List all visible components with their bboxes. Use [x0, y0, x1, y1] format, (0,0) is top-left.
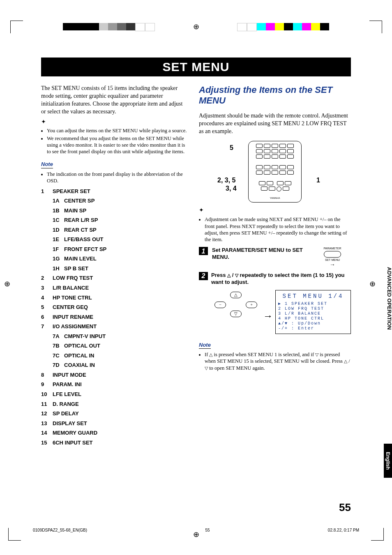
hint-bullet: Adjustment can be made using NEXT and SE… [205, 216, 351, 243]
menu-sub-label: CMPNT-V INPUT [64, 333, 106, 340]
hint-bullet: We recommend that you adjust the items o… [47, 135, 187, 155]
menu-num: 12 [41, 410, 48, 417]
menu-sub-label: MAIN LEVEL [64, 255, 97, 263]
menu-sub-num: 1G [53, 255, 60, 263]
menu-label: INPUT RENAME [53, 313, 93, 321]
hint-bullet: You can adjust the items on the SET MENU… [47, 127, 187, 134]
color-bar-right [237, 23, 329, 30]
down-triangle-icon [205, 365, 208, 371]
crop-marks-top: ⊕ [8, 21, 384, 33]
menu-sub-num: 1H [53, 265, 60, 272]
step-number: 2 [199, 272, 208, 280]
switch-label-top: PARAMETER [314, 247, 351, 250]
footer-center: 55 [205, 528, 210, 532]
note-bullet: If is pressed when SET MENU 1 is selecte… [205, 351, 351, 371]
menu-label: 6CH INPUT SET [53, 439, 93, 447]
menu-label: I/O ASSIGNMENT [53, 323, 97, 330]
step-2: 2 Press / repeatedly to select the item … [199, 272, 351, 286]
step-text: Press / repeatedly to select the item (1… [211, 272, 351, 286]
menu-sub-num: 7C [53, 352, 60, 359]
color-bar-left [63, 23, 155, 30]
menu-label: D. RANGE [53, 401, 79, 408]
callout-5: 5 [230, 143, 233, 152]
menu-sub-num: 7D [53, 362, 60, 369]
step-text: Set PARAMETER/SET MENU to SET MENU. [212, 247, 310, 261]
page-title: SET MENU [41, 58, 351, 76]
callout-235: 2, 3, 5 [217, 176, 235, 185]
registration-icon: ⊕ [4, 279, 10, 288]
menu-sub-num: 1E [53, 236, 60, 243]
menu-sub-num: 1A [53, 197, 60, 205]
callout-1: 1 [316, 176, 320, 185]
menu-num: 8 [41, 371, 48, 379]
menu-num: 9 [41, 381, 48, 388]
menu-sub-label: OPTICAL IN [64, 352, 94, 359]
menu-label: DISPLAY SET [53, 420, 87, 427]
menu-sub-label: MAIN SP [64, 207, 86, 214]
down-triangle-icon [315, 352, 318, 357]
menu-num: 13 [41, 420, 48, 427]
lcd-display: SET MENU 1/4 ▶ 1 SPEAKER SET 2 LOW FRQ T… [275, 290, 351, 334]
lcd-line: ▶ 1 SPEAKER SET [278, 302, 348, 306]
menu-sub-label: REAR CT SP [64, 226, 97, 234]
lcd-title: SET MENU 1/4 [278, 293, 348, 300]
menu-sub-label: OPTICAL OUT [64, 342, 100, 350]
step-number: 1 [199, 247, 208, 255]
menu-label: LFE LEVEL [53, 391, 81, 398]
menu-sub-label: COAXIAL IN [64, 362, 95, 369]
up-triangle-icon [227, 272, 231, 278]
side-tab-advanced: ADVANCED OPERATION [386, 267, 392, 330]
intro-text: The SET MENU consists of 15 items includ… [41, 85, 187, 116]
menu-num: 2 [41, 274, 48, 282]
up-triangle-icon [344, 358, 347, 364]
side-tab-english: English [384, 444, 392, 478]
lcd-line: 3 L/R BALANCE [278, 311, 348, 316]
menu-label: INPUT MODE [53, 371, 86, 379]
page-number: 55 [339, 501, 351, 514]
menu-label: SPEAKER SET [53, 188, 90, 195]
menu-sub-num: 7A [53, 333, 60, 340]
registration-icon: ⊕ [369, 279, 376, 288]
menu-num: 6 [41, 313, 48, 321]
menu-num: 3 [41, 284, 48, 292]
footer-right: 02.8.22, 0:17 PM [328, 528, 359, 532]
menu-sub-label: REAR L/R SP [64, 216, 98, 224]
down-triangle-icon [235, 272, 238, 278]
menu-sub-num: 1C [53, 216, 60, 224]
menu-sub-label: LFE/BASS OUT [64, 236, 103, 243]
step-1: 1 Set PARAMETER/SET MENU to SET MENU. PA… [199, 247, 351, 268]
menu-sub-num: 1B [53, 207, 60, 214]
registration-icon: ⊕ [193, 22, 199, 31]
menu-sub-label: CENTER SP [64, 197, 95, 205]
menu-num: 5 [41, 304, 48, 311]
note-label: Note [41, 161, 53, 168]
lcd-line: -/+ : Enter [278, 326, 348, 331]
callout-34: 3, 4 [226, 184, 237, 193]
menu-sub-num: 1D [53, 226, 60, 234]
note-bullet: The indication on the front panel displa… [47, 171, 187, 184]
menu-num: 11 [41, 401, 48, 408]
section-intro: Adjustment should be made with the remot… [199, 112, 351, 136]
menu-num: 15 [41, 439, 48, 447]
lcd-line: 4 HP TONE CTRL [278, 316, 348, 321]
content-area: SET MENU The SET MENU consists of 15 ite… [41, 58, 351, 449]
menu-label: L/R BALANCE [53, 284, 89, 292]
menu-label: SP DELAY [53, 410, 79, 417]
lcd-line: ▲/▼ : Up/Down [278, 321, 348, 326]
menu-num: 4 [41, 294, 48, 302]
menu-num: 10 [41, 391, 48, 398]
menu-num: 1 [41, 188, 48, 195]
note-label: Note [199, 341, 211, 349]
arrow-right-icon: → [263, 301, 273, 322]
menu-num: 7 [41, 323, 48, 330]
left-column: The SET MENU consists of 15 items includ… [41, 85, 187, 449]
menu-sub-label: FRONT EFCT SP [64, 246, 106, 253]
switch-graphic: PARAMETER SET MENU → [314, 247, 351, 268]
menu-label: PARAM. INI [53, 381, 82, 388]
right-column: Adjusting the Items on the SET MENU Adju… [199, 85, 351, 449]
menu-label: CENTER GEQ [53, 304, 88, 311]
section-title: Adjusting the Items on the SET MENU [199, 85, 351, 106]
buttons-graphic: △ − + ▽ [211, 290, 261, 319]
menu-label: MEMORY GUARD [53, 429, 97, 437]
footer: 0109DSPAZ2_55-68_EN(GB) 55 02.8.22, 0:17… [33, 528, 359, 532]
